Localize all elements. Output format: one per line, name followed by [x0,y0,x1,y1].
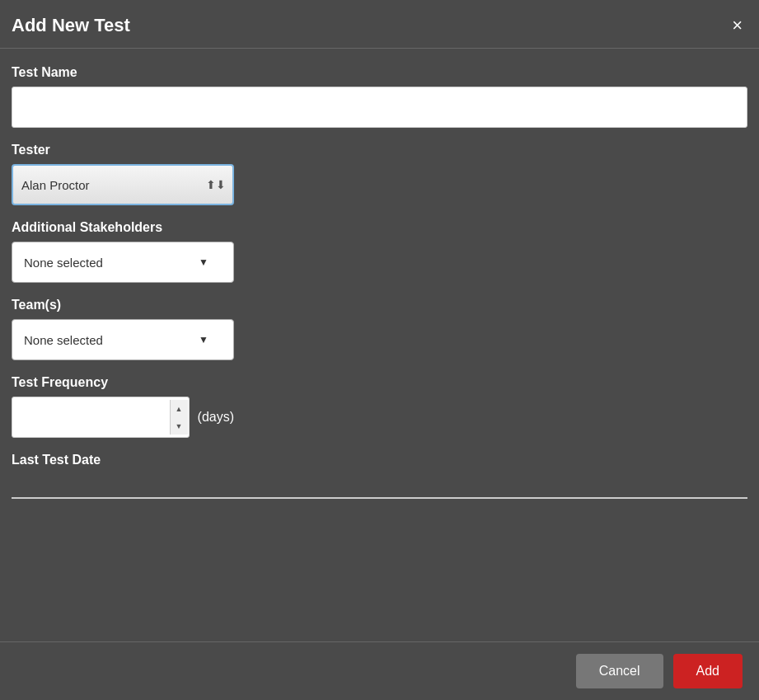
test-frequency-input[interactable] [12,397,190,438]
last-test-date-label: Last Test Date [12,453,747,467]
teams-multiselect-button[interactable]: None selected ▼ [12,319,234,360]
tester-group: Tester Alan Proctor Bob Smith Carol Jone… [12,143,747,205]
add-button[interactable]: Add [673,654,743,688]
test-name-label: Test Name [12,65,747,80]
stakeholders-multiselect-wrapper: None selected ▼ [12,242,234,283]
modal-header: Add New Test × [0,0,759,49]
add-new-test-modal: Add New Test × Test Name Tester Alan Pro… [0,0,759,700]
stakeholders-multiselect-button[interactable]: None selected ▼ [12,242,234,283]
teams-label: Team(s) [12,298,747,312]
teams-multiselect-wrapper: None selected ▼ [12,319,234,360]
modal-title: Add New Test [12,15,130,36]
test-frequency-increment-button[interactable]: ▲ [171,400,188,417]
days-label: (days) [198,410,234,425]
test-frequency-decrement-button[interactable]: ▼ [171,417,188,435]
stakeholders-chevron-icon: ▼ [199,256,208,268]
test-frequency-spinners: ▲ ▼ [170,400,188,435]
teams-chevron-icon: ▼ [199,334,208,345]
test-frequency-input-wrapper: ▲ ▼ (days) [12,397,234,438]
test-frequency-number-inner: ▲ ▼ [12,397,190,438]
tester-select-wrapper: Alan Proctor Bob Smith Carol Jones ⬆⬇ [12,164,234,205]
modal-body: Test Name Tester Alan Proctor Bob Smith … [0,49,759,641]
test-name-group: Test Name [12,65,747,128]
cancel-button[interactable]: Cancel [576,654,663,688]
tester-select[interactable]: Alan Proctor Bob Smith Carol Jones [12,164,234,205]
teams-multiselect-value: None selected [24,333,103,347]
test-frequency-label: Test Frequency [12,375,747,390]
last-test-date-group: Last Test Date [12,453,747,499]
test-name-input[interactable] [12,87,747,128]
close-button[interactable]: × [732,16,743,35]
test-frequency-group: Test Frequency ▲ ▼ (days) [12,375,747,438]
last-test-date-input[interactable] [12,474,747,499]
stakeholders-label: Additional Stakeholders [12,220,747,235]
modal-footer: Cancel Add [0,641,759,700]
stakeholders-group: Additional Stakeholders None selected ▼ [12,220,747,283]
tester-label: Tester [12,143,747,157]
teams-group: Team(s) None selected ▼ [12,298,747,360]
stakeholders-multiselect-value: None selected [24,256,103,270]
